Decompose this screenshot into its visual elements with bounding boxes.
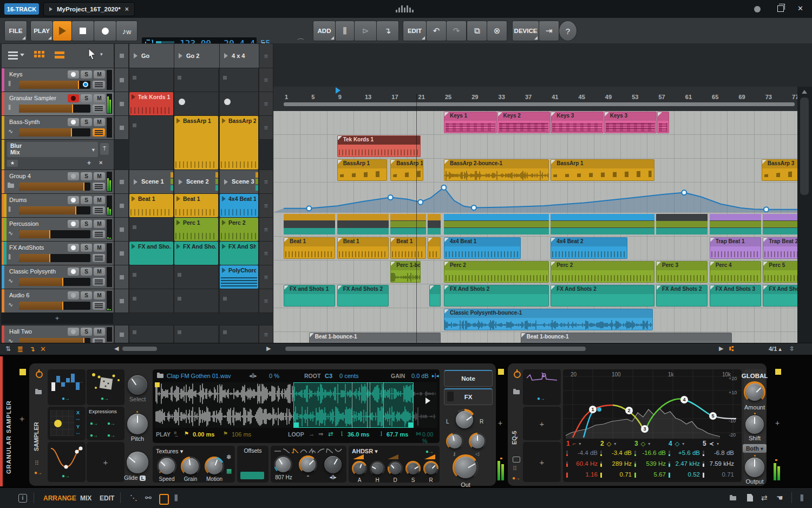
clip-slot[interactable]: Scene 3 [219,170,259,194]
group-track-segment[interactable] [710,214,761,235]
pan-knob[interactable] [454,409,475,431]
arranger-clip[interactable]: Perc 4 [710,261,761,283]
eq-node[interactable]: 2 [625,407,633,414]
io-routing-icon[interactable]: ⑆ [729,344,734,353]
arranger-clip[interactable]: 4x4 Beat 2 [551,237,627,259]
edit-view-tab[interactable]: EDIT [100,494,114,502]
motion-knob[interactable] [205,457,224,476]
timeline-ruler[interactable]: 1591317212529333741454953576165697377 [273,87,797,111]
voices-knob[interactable] [469,433,486,450]
fx-chain-button[interactable]: FX [444,388,493,405]
clip-slot[interactable]: BassArp 2 [219,115,259,170]
track-header[interactable]: Bass-SynthSM∿ [1,115,114,140]
arranger-clip[interactable]: FX And Shots 3 [710,285,761,307]
clip-stop-cell[interactable] [114,325,129,344]
arranger-clip[interactable]: FX And Shots 2 [551,285,654,307]
keyboard-icon[interactable]: ⫼ [800,493,803,503]
grain-shape-icon[interactable] [326,448,333,454]
mute-button[interactable]: M [94,70,105,79]
eq-display[interactable]: 12345 20 100 1k 10k +20 +10 -10 -20 1⌐▾-… [563,369,742,482]
device-name-vertical[interactable]: SAMPLER [33,402,40,451]
loop-pingpong-icon[interactable]: ⇄ [328,431,333,438]
arranger-clip[interactable]: Keys 3 [604,112,657,133]
favorite-param-button[interactable]: ★ [7,160,18,167]
browser-icon[interactable] [730,493,736,502]
play-menu-button[interactable]: PLAY [30,21,53,41]
solo-button[interactable]: S [81,172,92,180]
volume-slider[interactable] [19,302,90,310]
play-button[interactable] [53,21,72,41]
preview-play-icon[interactable] [425,398,430,404]
clip-stop-cell[interactable] [114,265,129,289]
clip-slot[interactable] [129,115,174,170]
track-header[interactable]: Granular SamplerSM⫼ [1,92,114,116]
record-slot-icon[interactable] [224,99,231,105]
add-modulator-slot[interactable]: + [87,442,125,482]
root-value[interactable]: C3 [325,373,332,379]
track-menu-button[interactable] [93,206,105,214]
band-q-value[interactable]: 0.71 [702,471,735,478]
freeze-icon[interactable]: ❄ [226,453,232,461]
sample-start-handle[interactable] [155,382,160,387]
clip-slot[interactable]: FX and Sho... [129,241,174,265]
clip-slot[interactable]: FX And Sho... [174,241,219,265]
scrollbar-thumb[interactable] [800,97,809,195]
keyboard-tool-button[interactable]: ⫼ [335,21,355,41]
solo-button[interactable]: S [81,244,92,252]
scroll-up-icon[interactable] [802,90,807,94]
solo-button[interactable]: S [81,328,92,336]
arranger-clip[interactable]: BassArp 1 [551,159,654,181]
record-arm-button[interactable] [68,291,79,299]
launcher-clip[interactable]: BassArp 1 [174,116,218,170]
clip-slot[interactable] [129,68,174,92]
textures-mode-select[interactable]: Textures ▾ [156,448,183,455]
arranger-clip[interactable]: Tek Kords 1 [337,135,421,157]
scene-launch-cell[interactable]: Go [129,43,178,68]
pin-automation-button[interactable]: ⍑ [100,143,109,155]
group-track-segment[interactable] [390,214,426,235]
groove-button[interactable]: ♪w [116,21,137,41]
launcher-clip[interactable]: BassArp 2 [220,116,258,170]
mute-button[interactable]: M [94,196,105,204]
playhead[interactable] [416,94,417,386]
record-arm-button[interactable] [68,328,79,336]
out-knob[interactable] [453,454,479,480]
undo-button[interactable]: ↶ [426,21,447,41]
solo-button[interactable]: S [81,291,92,299]
close-launcher-icon[interactable]: ✕ [40,345,46,353]
loop-length-value[interactable]: 67.7 ms [387,431,408,438]
band-freq-value[interactable]: 539 Hz [633,460,667,467]
env-knob[interactable] [370,461,385,476]
arranger-clip[interactable]: Beat 1 [284,237,335,259]
band-header[interactable]: 3◇▾ [633,440,667,447]
band-gain-value[interactable]: -3.4 dB [599,450,633,456]
arranger-clip[interactable]: BassArp 1 [337,159,388,181]
clip-stop-cell[interactable] [114,170,129,194]
tab-close-icon[interactable]: × [125,5,129,13]
preset-folder-icon[interactable] [35,390,42,394]
launcher-clip[interactable]: PolyChords [220,265,258,289]
io-icon[interactable]: ⇄ [761,493,768,502]
launcher-clip[interactable]: Perc 2 [220,218,258,241]
close-automation-button[interactable]: × [99,159,102,166]
band-q-value[interactable]: 5.67 [633,471,667,478]
snap-icon[interactable]: ⋱ [130,493,137,502]
volume-slider[interactable] [19,254,90,262]
clip-menu-cell[interactable]: ≣ [259,241,273,265]
mode-select[interactable]: Both ▾ [743,444,767,453]
clip-slot[interactable]: Scene 1 [129,170,174,194]
clip-stop-cell[interactable] [114,193,129,218]
env-knob[interactable] [352,461,367,476]
arranger-clip[interactable]: Classic Polysynth-bounce-1 [444,309,653,330]
clip-stop-cell[interactable] [114,241,129,265]
mute-button[interactable]: M [94,94,105,102]
record-button[interactable] [94,21,116,41]
mute-button[interactable]: M [94,291,105,299]
arranger-clip[interactable]: Perc 2 [444,261,549,283]
clip-stop-cell[interactable] [114,68,129,92]
reverse-icon[interactable]: ▸|◂ [432,373,439,379]
group-track-segment[interactable] [444,214,549,235]
arranger-clip[interactable]: Perc 3 [656,261,708,283]
track-color-swatch[interactable] [19,369,26,375]
clip-menu-cell[interactable]: ≣ [259,217,273,242]
